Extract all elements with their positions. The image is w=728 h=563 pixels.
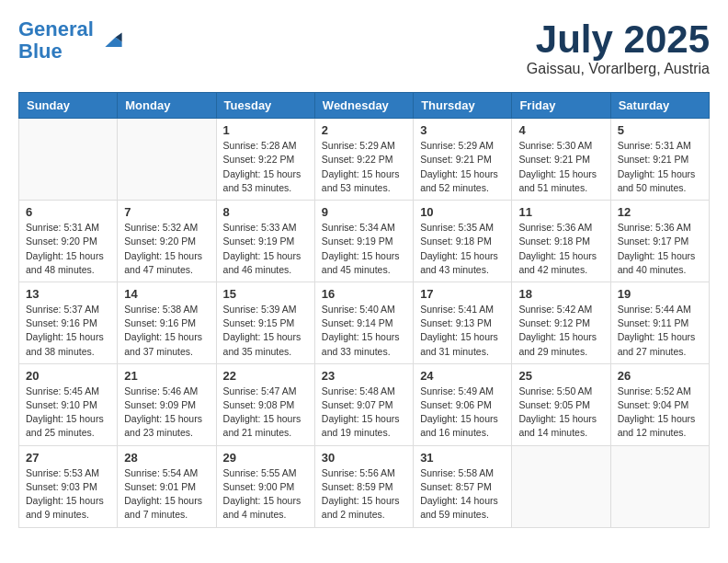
day-number: 7	[124, 205, 209, 219]
calendar-cell: 31Sunrise: 5:58 AM Sunset: 8:57 PM Dayli…	[414, 445, 512, 527]
day-info: Sunrise: 5:56 AM Sunset: 8:59 PM Dayligh…	[322, 466, 406, 523]
weekday-header-thursday: Thursday	[414, 93, 512, 119]
day-info: Sunrise: 5:50 AM Sunset: 9:05 PM Dayligh…	[518, 385, 603, 441]
calendar-cell: 4Sunrise: 5:30 AM Sunset: 9:21 PM Daylig…	[512, 119, 610, 201]
day-number: 12	[618, 205, 702, 219]
weekday-header-friday: Friday	[512, 93, 610, 119]
calendar-cell: 20Sunrise: 5:45 AM Sunset: 9:10 PM Dayli…	[19, 363, 118, 445]
calendar-cell: 8Sunrise: 5:33 AM Sunset: 9:19 PM Daylig…	[216, 201, 314, 282]
day-info: Sunrise: 5:46 AM Sunset: 9:09 PM Dayligh…	[124, 385, 209, 441]
day-info: Sunrise: 5:40 AM Sunset: 9:14 PM Dayligh…	[322, 303, 406, 359]
day-number: 2	[322, 123, 406, 137]
calendar-cell: 12Sunrise: 5:36 AM Sunset: 9:17 PM Dayli…	[610, 201, 709, 282]
day-info: Sunrise: 5:42 AM Sunset: 9:12 PM Dayligh…	[518, 303, 603, 359]
day-info: Sunrise: 5:58 AM Sunset: 8:57 PM Dayligh…	[420, 466, 505, 523]
calendar-cell: 25Sunrise: 5:50 AM Sunset: 9:05 PM Dayli…	[512, 363, 610, 445]
day-info: Sunrise: 5:47 AM Sunset: 9:08 PM Dayligh…	[223, 385, 308, 441]
day-number: 21	[124, 369, 209, 383]
day-number: 28	[124, 451, 209, 465]
day-number: 5	[618, 123, 702, 137]
day-info: Sunrise: 5:39 AM Sunset: 9:15 PM Dayligh…	[223, 303, 308, 359]
calendar-table: SundayMondayTuesdayWednesdayThursdayFrid…	[18, 92, 710, 527]
month-title: July 2025	[527, 18, 710, 61]
weekday-header-sunday: Sunday	[19, 93, 118, 119]
logo-icon	[97, 28, 123, 53]
day-info: Sunrise: 5:32 AM Sunset: 9:20 PM Dayligh…	[124, 221, 209, 277]
calendar-cell: 29Sunrise: 5:55 AM Sunset: 9:00 PM Dayli…	[216, 445, 314, 527]
day-number: 23	[322, 369, 406, 383]
calendar-cell: 2Sunrise: 5:29 AM Sunset: 9:22 PM Daylig…	[314, 119, 413, 201]
calendar-cell: 16Sunrise: 5:40 AM Sunset: 9:14 PM Dayli…	[314, 282, 413, 363]
day-info: Sunrise: 5:38 AM Sunset: 9:16 PM Dayligh…	[124, 303, 209, 359]
calendar-cell	[118, 119, 216, 201]
calendar-cell: 14Sunrise: 5:38 AM Sunset: 9:16 PM Dayli…	[118, 282, 216, 363]
calendar-cell: 23Sunrise: 5:48 AM Sunset: 9:07 PM Dayli…	[314, 363, 413, 445]
day-info: Sunrise: 5:36 AM Sunset: 9:17 PM Dayligh…	[618, 221, 702, 277]
calendar-cell: 24Sunrise: 5:49 AM Sunset: 9:06 PM Dayli…	[414, 363, 512, 445]
day-info: Sunrise: 5:36 AM Sunset: 9:18 PM Dayligh…	[518, 221, 603, 277]
day-number: 8	[223, 205, 308, 219]
day-number: 13	[26, 287, 110, 301]
weekday-header-tuesday: Tuesday	[216, 93, 314, 119]
title-block: July 2025 Gaissau, Vorarlberg, Austria	[527, 18, 710, 77]
calendar-cell: 13Sunrise: 5:37 AM Sunset: 9:16 PM Dayli…	[19, 282, 118, 363]
day-info: Sunrise: 5:34 AM Sunset: 9:19 PM Dayligh…	[322, 221, 406, 277]
logo-text: GeneralBlue	[18, 18, 94, 63]
calendar-cell: 11Sunrise: 5:36 AM Sunset: 9:18 PM Dayli…	[512, 201, 610, 282]
day-info: Sunrise: 5:37 AM Sunset: 9:16 PM Dayligh…	[26, 303, 110, 359]
day-info: Sunrise: 5:54 AM Sunset: 9:01 PM Dayligh…	[124, 466, 209, 523]
location: Gaissau, Vorarlberg, Austria	[527, 61, 710, 77]
weekday-header-row: SundayMondayTuesdayWednesdayThursdayFrid…	[19, 93, 710, 119]
calendar-cell: 6Sunrise: 5:31 AM Sunset: 9:20 PM Daylig…	[19, 201, 118, 282]
day-number: 18	[518, 287, 603, 301]
day-info: Sunrise: 5:29 AM Sunset: 9:21 PM Dayligh…	[420, 139, 505, 195]
calendar-cell: 17Sunrise: 5:41 AM Sunset: 9:13 PM Dayli…	[414, 282, 512, 363]
calendar-cell: 10Sunrise: 5:35 AM Sunset: 9:18 PM Dayli…	[414, 201, 512, 282]
day-number: 16	[322, 287, 406, 301]
day-number: 14	[124, 287, 209, 301]
day-info: Sunrise: 5:35 AM Sunset: 9:18 PM Dayligh…	[420, 221, 505, 277]
calendar-cell: 19Sunrise: 5:44 AM Sunset: 9:11 PM Dayli…	[610, 282, 709, 363]
weekday-header-saturday: Saturday	[610, 93, 709, 119]
weekday-header-wednesday: Wednesday	[314, 93, 413, 119]
day-number: 24	[420, 369, 505, 383]
calendar-cell	[512, 445, 610, 527]
day-number: 27	[26, 451, 110, 465]
week-row-5: 27Sunrise: 5:53 AM Sunset: 9:03 PM Dayli…	[19, 445, 710, 527]
day-info: Sunrise: 5:44 AM Sunset: 9:11 PM Dayligh…	[618, 303, 702, 359]
week-row-1: 1Sunrise: 5:28 AM Sunset: 9:22 PM Daylig…	[19, 119, 710, 201]
day-number: 22	[223, 369, 308, 383]
weekday-header-monday: Monday	[118, 93, 216, 119]
day-number: 30	[322, 451, 406, 465]
page-header: GeneralBlue July 2025 Gaissau, Vorarlber…	[18, 18, 710, 77]
day-number: 31	[420, 451, 505, 465]
day-number: 6	[26, 205, 110, 219]
day-info: Sunrise: 5:49 AM Sunset: 9:06 PM Dayligh…	[420, 385, 505, 441]
calendar-cell	[610, 445, 709, 527]
calendar-cell: 5Sunrise: 5:31 AM Sunset: 9:21 PM Daylig…	[610, 119, 709, 201]
day-info: Sunrise: 5:28 AM Sunset: 9:22 PM Dayligh…	[223, 139, 308, 195]
day-info: Sunrise: 5:48 AM Sunset: 9:07 PM Dayligh…	[322, 385, 406, 441]
calendar-cell: 22Sunrise: 5:47 AM Sunset: 9:08 PM Dayli…	[216, 363, 314, 445]
calendar-cell: 30Sunrise: 5:56 AM Sunset: 8:59 PM Dayli…	[314, 445, 413, 527]
day-number: 9	[322, 205, 406, 219]
day-info: Sunrise: 5:30 AM Sunset: 9:21 PM Dayligh…	[518, 139, 603, 195]
calendar-cell: 28Sunrise: 5:54 AM Sunset: 9:01 PM Dayli…	[118, 445, 216, 527]
calendar-cell: 1Sunrise: 5:28 AM Sunset: 9:22 PM Daylig…	[216, 119, 314, 201]
calendar-cell: 15Sunrise: 5:39 AM Sunset: 9:15 PM Dayli…	[216, 282, 314, 363]
day-number: 20	[26, 369, 110, 383]
day-number: 4	[518, 123, 603, 137]
calendar-cell: 18Sunrise: 5:42 AM Sunset: 9:12 PM Dayli…	[512, 282, 610, 363]
calendar-cell: 3Sunrise: 5:29 AM Sunset: 9:21 PM Daylig…	[414, 119, 512, 201]
day-number: 3	[420, 123, 505, 137]
day-number: 29	[223, 451, 308, 465]
day-info: Sunrise: 5:52 AM Sunset: 9:04 PM Dayligh…	[618, 385, 702, 441]
week-row-4: 20Sunrise: 5:45 AM Sunset: 9:10 PM Dayli…	[19, 363, 710, 445]
calendar-cell: 9Sunrise: 5:34 AM Sunset: 9:19 PM Daylig…	[314, 201, 413, 282]
week-row-2: 6Sunrise: 5:31 AM Sunset: 9:20 PM Daylig…	[19, 201, 710, 282]
day-number: 25	[518, 369, 603, 383]
day-number: 10	[420, 205, 505, 219]
day-number: 17	[420, 287, 505, 301]
day-info: Sunrise: 5:41 AM Sunset: 9:13 PM Dayligh…	[420, 303, 505, 359]
day-number: 15	[223, 287, 308, 301]
